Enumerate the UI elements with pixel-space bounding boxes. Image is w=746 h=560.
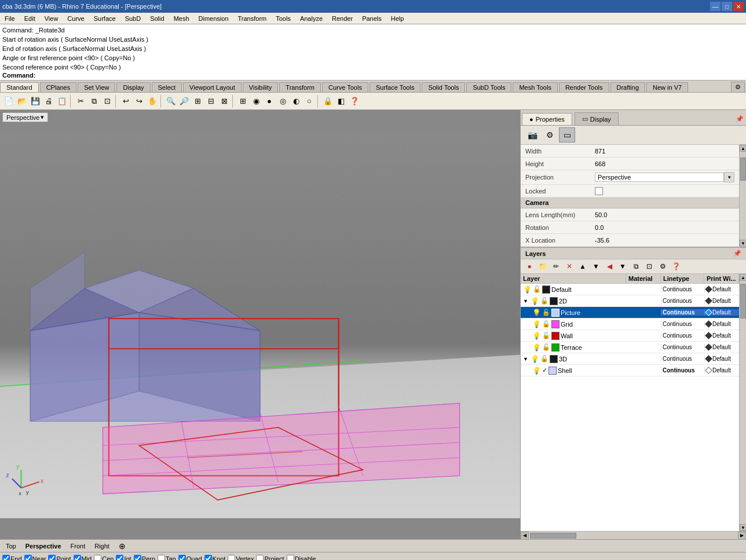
projection-dropdown-btn[interactable]: ▾: [724, 172, 734, 182]
layer-color-shell[interactable]: [548, 367, 557, 375]
osnap-quad-cb[interactable]: [178, 555, 186, 560]
layer-color-wall[interactable]: [551, 332, 560, 340]
layers-scroll-thumb[interactable]: [740, 284, 746, 319]
print-btn[interactable]: 🖨: [42, 95, 55, 108]
zoom-window-btn[interactable]: ⊟: [204, 95, 217, 108]
osnap-int-cb[interactable]: [116, 555, 123, 560]
toolbar-tab-render-tools[interactable]: Render Tools: [559, 82, 609, 92]
osnap-near-cb[interactable]: [24, 555, 32, 560]
layer-color-3d[interactable]: [550, 355, 558, 363]
expand-3d[interactable]: ▼: [523, 356, 528, 362]
viewport-dropdown-icon[interactable]: ▾: [41, 114, 44, 121]
layer-on-icon-shell[interactable]: 💡: [532, 367, 541, 375]
toolbar-tab-display[interactable]: Display: [116, 82, 150, 92]
layer-on-icon-3d[interactable]: 💡: [531, 355, 539, 363]
vp-tab-top[interactable]: Top: [2, 542, 20, 550]
scroll-thumb[interactable]: [740, 158, 746, 181]
open-btn[interactable]: 📂: [16, 95, 28, 108]
osnap-point-cb[interactable]: [48, 555, 56, 560]
layer-edit-btn[interactable]: ✏: [550, 261, 562, 272]
paste-btn[interactable]: ⊡: [101, 95, 114, 108]
osnap-vertex-cb[interactable]: [228, 555, 235, 560]
layer-on-icon-wall[interactable]: 💡: [532, 332, 541, 340]
mesh-prop-btn[interactable]: ⚙: [542, 127, 558, 142]
mesh-btn[interactable]: ◎: [276, 95, 289, 108]
layer-lock-icon-default[interactable]: 🔓: [533, 286, 541, 293]
osnap-cen[interactable]: Cen: [94, 555, 114, 560]
redo-btn[interactable]: ↪: [133, 95, 145, 108]
render-btn[interactable]: ●: [263, 95, 276, 108]
layer-color-grid[interactable]: [551, 320, 560, 328]
toolbar-tab-surface-tools[interactable]: Surface Tools: [370, 82, 420, 92]
menu-item-subd[interactable]: SubD: [120, 14, 146, 23]
menu-item-transform[interactable]: Transform: [233, 14, 272, 23]
menu-item-curve[interactable]: Curve: [63, 14, 89, 23]
minimize-btn[interactable]: —: [710, 2, 721, 11]
hscroll-thumb[interactable]: [530, 533, 576, 539]
layer-color-default[interactable]: [542, 286, 550, 294]
layer-copy-btn[interactable]: ⧉: [630, 261, 642, 272]
command-input[interactable]: [36, 72, 744, 79]
wire-btn[interactable]: ○: [303, 95, 316, 108]
osnap-mid[interactable]: Mid: [74, 555, 92, 560]
menu-item-panels[interactable]: Panels: [357, 14, 386, 23]
pan-btn[interactable]: ✋: [146, 95, 159, 108]
osnap-mid-cb[interactable]: [74, 555, 81, 560]
toolbar-tab-standard[interactable]: Standard: [0, 82, 39, 92]
projection-dropdown[interactable]: Perspective ▾: [595, 172, 734, 182]
osnap-end-cb[interactable]: [2, 555, 10, 560]
layer-on-icon-picture[interactable]: 💡: [532, 309, 541, 317]
viewport-label[interactable]: Perspective ▾: [2, 112, 48, 122]
layer-on-icon-2d[interactable]: 💡: [531, 297, 539, 305]
layer-on-icon-terrace[interactable]: 💡: [532, 343, 541, 352]
osnap-tan[interactable]: Tan: [158, 555, 176, 560]
osnap-near[interactable]: Near: [24, 555, 46, 560]
layer-row-3d[interactable]: ▼ 💡 🔓 3D Continuous Default: [521, 353, 739, 365]
menu-item-tools[interactable]: Tools: [271, 14, 295, 23]
layer-left-btn[interactable]: ◀: [603, 261, 616, 272]
layer-paste-btn[interactable]: ⊡: [643, 261, 656, 272]
layer-row-default[interactable]: 💡 🔓 Default Continuous Default: [521, 284, 739, 295]
layers-pin[interactable]: 📌: [733, 250, 741, 257]
layer-folder-btn[interactable]: 📁: [536, 261, 549, 272]
layer-row-terrace[interactable]: 💡 🔓 Terrace Continuous Default: [521, 342, 739, 353]
layer-settings-btn[interactable]: ⚙: [656, 261, 669, 272]
osnap-end[interactable]: End: [2, 555, 22, 560]
copy-btn[interactable]: ⧉: [87, 95, 100, 108]
vp-tab-right[interactable]: Right: [91, 542, 113, 550]
layers-scroll-up[interactable]: ▲: [740, 274, 746, 281]
zoom-extent-btn[interactable]: ⊞: [191, 95, 204, 108]
maximize-btn[interactable]: □: [722, 2, 732, 11]
layer-btn[interactable]: ◧: [335, 95, 348, 108]
layer-lock-icon-grid[interactable]: 🔓: [542, 320, 550, 328]
layer-row-wall[interactable]: 💡 🔓 Wall Continuous Default: [521, 330, 739, 342]
osnap-disable[interactable]: Disable: [287, 555, 316, 560]
camera-prop-btn[interactable]: 📷: [524, 127, 540, 142]
toolbar-tab-select[interactable]: Select: [152, 82, 182, 92]
toolbar-tab-transform[interactable]: Transform: [279, 82, 321, 92]
layer-row-picture[interactable]: 💡 🔓 Picture Continuous Default: [521, 307, 739, 319]
menu-item-analyze[interactable]: Analyze: [295, 14, 327, 23]
layer-lock-icon-wall[interactable]: 🔓: [542, 332, 550, 339]
toolbar-tab-solid-tools[interactable]: Solid Tools: [422, 82, 465, 92]
menu-item-help[interactable]: Help: [386, 14, 409, 23]
toolbar-tab-drafting[interactable]: Drafting: [610, 82, 646, 92]
layer-filter-btn[interactable]: ▼: [616, 261, 629, 272]
menu-item-surface[interactable]: Surface: [89, 14, 120, 23]
osnap-perp-cb[interactable]: [134, 555, 141, 560]
panel-pin[interactable]: 📌: [733, 113, 746, 125]
new-btn[interactable]: 📄: [2, 95, 15, 108]
viewport-prop-btn[interactable]: ▭: [559, 127, 575, 142]
layer-delete-btn[interactable]: ✕: [563, 261, 576, 272]
layer-row-2d[interactable]: ▼ 💡 🔓 2D Continuous Default: [521, 295, 739, 307]
lock-btn[interactable]: 🔒: [321, 95, 334, 108]
clipboard-btn[interactable]: 📋: [56, 95, 68, 108]
layer-lock-icon-terrace[interactable]: 🔓: [542, 343, 550, 351]
vp-tab-front[interactable]: Front: [67, 542, 89, 550]
menu-item-view[interactable]: View: [40, 14, 63, 23]
osnap-project-cb[interactable]: [256, 555, 264, 560]
menu-item-solid[interactable]: Solid: [145, 14, 169, 23]
osnap-vertex[interactable]: Vertex: [228, 555, 254, 560]
osnap-tan-cb[interactable]: [158, 555, 165, 560]
display-btn[interactable]: ◉: [250, 95, 262, 108]
